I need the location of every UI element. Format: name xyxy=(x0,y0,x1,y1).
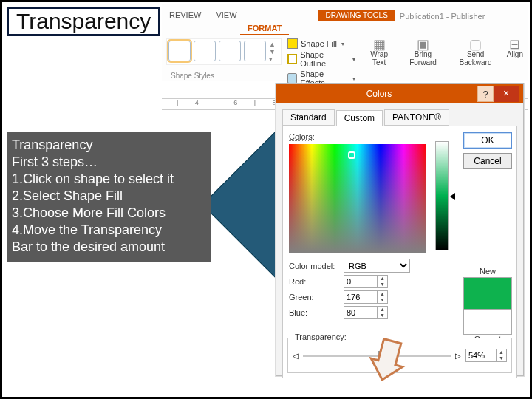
shape-fill-label: Shape Fill xyxy=(301,39,337,48)
tab-custom[interactable]: Custom xyxy=(336,110,383,126)
shape-outline-label: Shape Outline xyxy=(300,50,347,68)
shape-fill-button[interactable]: Shape Fill▾ xyxy=(287,38,355,49)
blue-spinner[interactable]: ▲▼ xyxy=(378,306,388,319)
luminance-thumb-icon[interactable] xyxy=(450,193,455,200)
red-spinner[interactable]: ▲▼ xyxy=(378,275,388,288)
chevron-down-icon: ▾ xyxy=(352,75,355,82)
context-tab-drawing-tools: DRAWING TOOLS xyxy=(318,10,395,21)
bucket-icon xyxy=(287,38,298,49)
help-button[interactable]: ? xyxy=(477,86,494,102)
page-title: Transparency xyxy=(7,7,160,36)
effects-icon xyxy=(287,73,297,83)
instruction-step: 2.Select Shape Fill xyxy=(12,188,205,205)
transparency-label: Transparency: xyxy=(293,332,349,341)
instruction-step: 3.Choose More Fill Colors xyxy=(12,205,205,222)
dialog-titlebar[interactable]: Colors ? × xyxy=(276,84,523,103)
slider-min-icon: ◁ xyxy=(293,352,299,360)
chevron-down-icon: ▾ xyxy=(352,56,355,63)
shape-styles-gallery[interactable]: ▲▼▾ xyxy=(166,38,282,65)
dialog-title: Colors xyxy=(281,89,477,99)
bring-forward-button[interactable]: ▣Bring Forward xyxy=(402,38,445,66)
tab-pantone[interactable]: PANTONE® xyxy=(384,109,449,126)
green-label: Green: xyxy=(289,293,341,301)
instruction-step: Bar to the desired amount xyxy=(12,239,205,256)
svg-marker-0 xyxy=(367,337,408,381)
style-swatch[interactable] xyxy=(194,41,216,61)
instruction-step: 4.Move the Transparency xyxy=(12,222,205,239)
tab-format[interactable]: FORMAT xyxy=(240,21,289,35)
ok-button[interactable]: OK xyxy=(463,132,512,149)
colors-dialog: Colors ? × Standard Custom PANTONE® OK C… xyxy=(276,83,524,376)
current-color-swatch xyxy=(463,310,512,335)
gallery-more[interactable]: ▲▼▾ xyxy=(269,41,279,63)
callout-arrow-icon xyxy=(367,336,409,381)
pen-icon xyxy=(287,54,297,64)
instruction-subtitle: First 3 steps… xyxy=(12,154,205,171)
align-button[interactable]: ⊟Align xyxy=(507,38,523,66)
style-swatch[interactable] xyxy=(219,41,241,61)
shape-outline-button[interactable]: Shape Outline▾ xyxy=(287,50,355,68)
chevron-down-icon: ▾ xyxy=(341,41,344,47)
instruction-title: Transparency xyxy=(12,137,205,154)
instruction-step: 1.Click on shape to select it xyxy=(12,171,205,188)
tab-review[interactable]: REVIEW xyxy=(162,7,208,21)
instruction-box: Transparency First 3 steps… 1.Click on s… xyxy=(7,132,211,262)
group-label-shape-styles: Shape Styles xyxy=(171,72,214,80)
red-input[interactable] xyxy=(344,275,378,288)
new-color-swatch xyxy=(463,277,512,310)
ribbon: REVIEW VIEW DRAWING TOOLS Publication1 -… xyxy=(162,4,528,81)
slider-max-icon: ▷ xyxy=(455,352,461,360)
tab-standard[interactable]: Standard xyxy=(282,109,335,126)
transparency-input[interactable] xyxy=(466,349,497,362)
green-input[interactable] xyxy=(344,290,378,304)
luminance-slider[interactable] xyxy=(435,141,449,250)
blue-input[interactable] xyxy=(344,306,378,319)
green-spinner[interactable]: ▲▼ xyxy=(378,290,388,304)
color-model-select[interactable]: RGB xyxy=(344,259,410,273)
style-swatch[interactable] xyxy=(244,41,266,61)
new-label: New xyxy=(463,267,512,276)
cancel-button[interactable]: Cancel xyxy=(463,153,512,169)
color-spectrum[interactable] xyxy=(289,144,426,253)
tab-view[interactable]: VIEW xyxy=(208,7,244,21)
wrap-text-button[interactable]: ▦Wrap Text xyxy=(364,38,395,66)
color-model-label: Color model: xyxy=(289,262,341,270)
transparency-spinner[interactable]: ▲▼ xyxy=(497,349,507,362)
style-swatch[interactable] xyxy=(168,41,191,61)
close-button[interactable]: × xyxy=(494,86,519,102)
red-label: Red: xyxy=(289,277,341,286)
window-title: Publication1 - Publisher xyxy=(400,12,485,21)
send-backward-button[interactable]: ▢Send Backward xyxy=(451,38,499,66)
blue-label: Blue: xyxy=(289,308,341,317)
spectrum-crosshair[interactable] xyxy=(348,151,355,159)
